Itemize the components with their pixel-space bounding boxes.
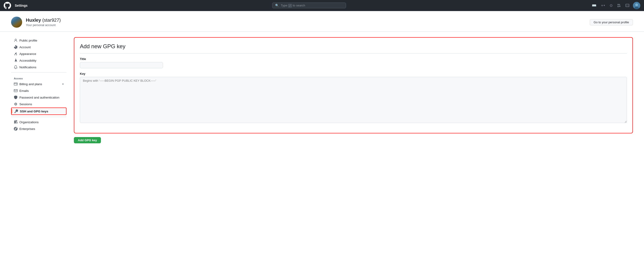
sidebar: Public profile Account: [11, 37, 66, 264]
sidebar-label-organizations: Organizations: [20, 120, 38, 124]
sidebar-item-billing[interactable]: Billing and plans ▾: [11, 81, 66, 87]
sidebar-item-appearance[interactable]: Appearance: [11, 50, 66, 57]
terminal-button[interactable]: ⌨️: [591, 2, 597, 8]
gear-icon: [14, 45, 18, 49]
sidebar-label-billing: Billing and plans: [20, 82, 42, 86]
topnav-actions: ⌨️ + ▾ ⊙: [591, 2, 640, 9]
person-icon: [14, 38, 18, 42]
title-field-label: Title: [80, 57, 627, 61]
user-subtitle: Your personal account: [26, 23, 61, 27]
sidebar-item-ssh-gpg[interactable]: SSH and GPG keys: [11, 108, 66, 115]
gpg-form-title: Add new GPG key: [80, 43, 627, 54]
user-display-name: Huxley (star927): [26, 18, 61, 23]
sidebar-label-accessibility: Accessibility: [20, 59, 36, 62]
mail-icon: [14, 89, 18, 92]
radio-icon: [14, 102, 18, 106]
search-area: 🔍 Type / to search: [31, 2, 587, 8]
sidebar-label-account: Account: [20, 46, 31, 49]
go-to-profile-button[interactable]: Go to your personal profile: [590, 19, 633, 26]
github-logo[interactable]: [4, 2, 11, 9]
user-avatar-topnav[interactable]: [633, 2, 640, 9]
sidebar-nav: Public profile Account: [11, 37, 66, 70]
plus-icon: +: [601, 4, 603, 8]
sidebar-item-organizations[interactable]: Organizations: [11, 119, 66, 125]
sidebar-label-ssh-gpg: SSH and GPG keys: [20, 110, 48, 113]
gpg-form-card: Add new GPG key Title Key: [74, 37, 633, 134]
sidebar-label-sessions: Sessions: [20, 102, 32, 106]
add-gpg-key-button[interactable]: Add GPG key: [74, 137, 101, 143]
sidebar-item-sessions[interactable]: Sessions: [11, 101, 66, 107]
sidebar-item-accessibility[interactable]: Accessibility: [11, 57, 66, 64]
user-header: Huxley (star927) Your personal account G…: [0, 11, 644, 32]
sidebar-label-public-profile: Public profile: [20, 39, 37, 42]
sidebar-item-password-auth[interactable]: Password and authentication: [11, 94, 66, 100]
key-icon: [14, 110, 18, 113]
search-text: Type / to search: [281, 4, 343, 7]
sidebar-item-public-profile[interactable]: Public profile: [11, 37, 66, 44]
sidebar-bottom-nav: Organizations Enterprises: [11, 119, 66, 132]
content-area: Public profile Account: [0, 32, 644, 270]
gpg-title-input[interactable]: [80, 62, 163, 68]
inbox-button[interactable]: [624, 3, 630, 8]
settings-title: Settings: [15, 4, 28, 8]
sidebar-label-password-auth: Password and authentication: [20, 96, 59, 99]
main-content: Add new GPG key Title Key Add GPG key: [74, 37, 633, 264]
shield-icon: [14, 96, 18, 99]
globe-icon: [14, 127, 18, 130]
search-icon: 🔍: [275, 4, 279, 7]
sidebar-label-emails: Emails: [20, 89, 29, 92]
user-info: Huxley (star927) Your personal account: [26, 18, 61, 27]
access-section-label: Access: [11, 74, 66, 81]
title-form-group: Title: [80, 57, 627, 68]
sidebar-item-enterprises[interactable]: Enterprises: [11, 126, 66, 132]
issues-button[interactable]: ⊙: [609, 2, 614, 8]
gpg-key-textarea[interactable]: [80, 77, 627, 123]
user-header-left: Huxley (star927) Your personal account: [11, 16, 61, 28]
top-navigation: Settings 🔍 Type / to search ⌨️ + ▾ ⊙: [0, 0, 644, 11]
svg-point-1: [635, 4, 638, 6]
building-icon: [14, 120, 18, 124]
user-avatar: [11, 16, 22, 28]
chevron-down-icon: ▾: [604, 4, 605, 7]
user-username: (star927): [42, 18, 61, 22]
sidebar-item-account[interactable]: Account: [11, 44, 66, 50]
sidebar-label-enterprises: Enterprises: [20, 127, 35, 130]
sidebar-divider-1: [11, 72, 66, 72]
new-item-button[interactable]: + ▾: [600, 2, 606, 8]
sidebar-label-notifications: Notifications: [20, 66, 36, 69]
credit-card-icon: [14, 82, 18, 86]
accessibility-icon: [14, 58, 18, 62]
sidebar-access-nav: Billing and plans ▾ Emails: [11, 81, 66, 115]
pull-requests-button[interactable]: [616, 3, 622, 8]
bell-icon: [14, 65, 18, 69]
sidebar-divider-2: [11, 117, 66, 117]
sidebar-item-emails[interactable]: Emails: [11, 88, 66, 94]
sidebar-item-notifications[interactable]: Notifications: [11, 64, 66, 70]
paintbrush-icon: [14, 52, 18, 56]
key-form-group: Key: [80, 72, 627, 124]
page-wrapper: Huxley (star927) Your personal account G…: [0, 11, 644, 270]
chevron-down-icon: ▾: [62, 82, 64, 86]
key-field-label: Key: [80, 72, 627, 76]
search-box[interactable]: 🔍 Type / to search: [272, 2, 346, 8]
sidebar-label-appearance: Appearance: [20, 52, 36, 56]
